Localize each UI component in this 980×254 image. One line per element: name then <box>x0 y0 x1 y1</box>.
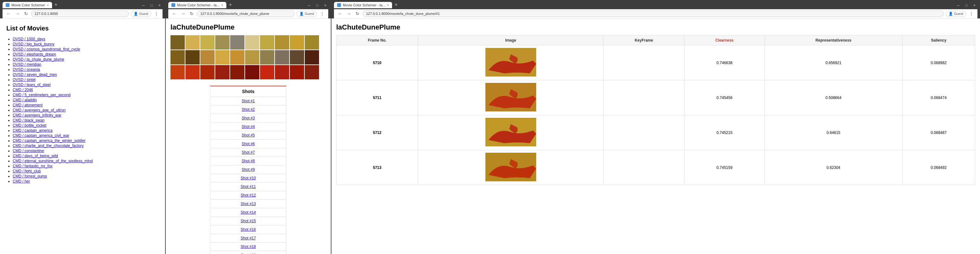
forward-button[interactable]: → <box>14 11 21 17</box>
color-swatch[interactable] <box>200 35 215 49</box>
close-window-button[interactable]: × <box>971 3 977 8</box>
shot-link[interactable]: Shot #12 <box>241 193 256 197</box>
back-button[interactable]: ← <box>171 11 178 17</box>
movie-link[interactable]: CMD / avengers_age_of_ultron <box>13 108 66 113</box>
movie-link[interactable]: CMD / her <box>13 179 30 184</box>
movie-link[interactable]: OVSD / seven_dead_men <box>13 72 57 77</box>
menu-button[interactable]: ⋮ <box>968 11 975 17</box>
maximize-window-button[interactable]: □ <box>149 3 154 8</box>
color-swatch[interactable] <box>170 50 185 65</box>
movie-link[interactable]: OVSD / sintel <box>13 78 35 82</box>
refresh-button[interactable]: ↻ <box>23 11 29 17</box>
color-swatch[interactable] <box>260 50 274 65</box>
movie-link[interactable]: CMD / captain_america <box>13 128 52 133</box>
maximize-window-button[interactable]: □ <box>314 3 320 8</box>
shot-link[interactable]: Shot #8 <box>242 159 255 163</box>
color-swatch[interactable] <box>230 50 245 65</box>
shot-link[interactable]: Shot #13 <box>241 202 256 206</box>
color-swatch[interactable] <box>185 65 200 79</box>
movie-link[interactable]: OVSD / elephants_dream <box>13 52 56 57</box>
shot-link[interactable]: Shot #14 <box>241 210 256 214</box>
shot-link[interactable]: Shot #10 <box>241 176 256 180</box>
new-tab-button[interactable]: + <box>53 1 59 8</box>
shot-link[interactable]: Shot #4 <box>242 124 255 129</box>
shot-link[interactable]: Shot #6 <box>242 141 255 146</box>
movie-link[interactable]: CMD / 5_centimeters_per_second <box>13 93 70 97</box>
forward-button[interactable]: → <box>180 11 187 17</box>
movie-link[interactable]: CMD / black_swan <box>13 118 45 122</box>
movie-link[interactable]: CMD / aladdin <box>13 98 37 102</box>
active-tab[interactable]: Movie Color Schemer× <box>3 2 52 8</box>
menu-button[interactable]: ⋮ <box>153 11 160 17</box>
color-swatch[interactable] <box>230 65 245 79</box>
shot-link[interactable]: Shot #9 <box>242 167 255 172</box>
color-swatch[interactable] <box>260 35 274 49</box>
guest-button[interactable]: 👤 Guest <box>946 11 966 17</box>
minimize-window-button[interactable]: ─ <box>140 3 147 8</box>
color-swatch[interactable] <box>290 65 304 79</box>
color-swatch[interactable] <box>305 50 319 65</box>
color-swatch[interactable] <box>245 35 259 49</box>
refresh-button[interactable]: ↻ <box>189 11 195 17</box>
active-tab[interactable]: Movie Color Schemer - la...× <box>168 2 226 8</box>
refresh-button[interactable]: ↻ <box>354 11 361 17</box>
address-bar[interactable]: 127.0.0.1:8000 <box>31 11 129 17</box>
movie-link[interactable]: CMD / fight_club <box>13 169 41 173</box>
movie-link[interactable]: CMD / charlie_and_the_chocolate_factory <box>13 143 83 148</box>
color-swatch[interactable] <box>200 50 215 65</box>
movie-link[interactable]: CMD / captain_america_civil_war <box>13 133 69 138</box>
color-swatch[interactable] <box>305 35 319 49</box>
forward-button[interactable]: → <box>345 11 352 17</box>
color-swatch[interactable] <box>275 50 289 65</box>
movie-link[interactable]: CMD / 2046 <box>13 87 33 92</box>
color-swatch[interactable] <box>230 35 245 49</box>
movie-link[interactable]: CMD / eternal_sunshine_of_the_spotless_m… <box>13 159 93 163</box>
movie-link[interactable]: OVSD / tears_of_steel <box>13 83 51 87</box>
active-tab[interactable]: Movie Color Schemer - la...× <box>334 2 392 8</box>
color-swatch[interactable] <box>290 50 304 65</box>
movie-link[interactable]: CMD / fantastic_mr_fox <box>13 164 52 168</box>
movie-link[interactable]: OVSD / oceania <box>13 67 40 72</box>
color-swatch[interactable] <box>275 35 289 49</box>
color-swatch[interactable] <box>170 35 185 49</box>
color-swatch[interactable] <box>275 65 289 79</box>
menu-button[interactable]: ⋮ <box>319 11 326 17</box>
new-tab-button[interactable]: + <box>227 1 234 8</box>
movie-link[interactable]: CMD / atonement <box>13 103 43 107</box>
movie-link[interactable]: OVSD / 1000_days <box>13 37 45 41</box>
color-swatch[interactable] <box>200 65 215 79</box>
close-window-button[interactable]: × <box>322 3 328 8</box>
color-swatch[interactable] <box>305 65 319 79</box>
movie-link[interactable]: CMD / days_of_being_wild <box>13 154 58 158</box>
color-swatch[interactable] <box>215 65 229 79</box>
shot-link[interactable]: Shot #11 <box>241 184 256 189</box>
color-swatch[interactable] <box>245 50 259 65</box>
back-button[interactable]: ← <box>5 11 12 17</box>
guest-button[interactable]: 👤 Guest <box>296 11 317 17</box>
color-swatch[interactable] <box>215 50 229 65</box>
movie-link[interactable]: CMD / avengers_infinity_war <box>13 113 61 117</box>
movie-link[interactable]: OVSD / big_buck_bunny <box>13 42 54 46</box>
shot-link[interactable]: Shot #18 <box>241 244 256 249</box>
back-button[interactable]: ← <box>337 11 344 17</box>
color-swatch[interactable] <box>290 35 304 49</box>
shot-link[interactable]: Shot #2 <box>242 107 255 112</box>
color-swatch[interactable] <box>185 50 200 65</box>
tab-close-button[interactable]: × <box>221 3 223 7</box>
shot-link[interactable]: Shot #17 <box>241 236 256 240</box>
new-tab-button[interactable]: + <box>393 1 399 8</box>
movie-link[interactable]: CMD / forrest_gump <box>13 174 47 178</box>
movie-link[interactable]: CMD / bottle_rocket <box>13 123 46 128</box>
shot-link[interactable]: Shot #15 <box>241 219 256 223</box>
tab-close-button[interactable]: × <box>47 3 49 7</box>
movie-link[interactable]: OVSD / cosmos_laundromat_first_cycle <box>13 47 80 51</box>
shot-link[interactable]: Shot #3 <box>242 116 255 120</box>
color-swatch[interactable] <box>215 35 229 49</box>
movie-link[interactable]: OVSD / meridian <box>13 62 41 67</box>
shot-link[interactable]: Shot #1 <box>242 99 255 103</box>
shot-link[interactable]: Shot #16 <box>241 227 256 232</box>
address-bar[interactable]: 127.0.0.1:8000/movie/la_chute_dune_plume <box>197 11 294 17</box>
color-swatch[interactable] <box>185 35 200 49</box>
maximize-window-button[interactable]: □ <box>964 3 969 8</box>
color-swatch[interactable] <box>245 65 259 79</box>
